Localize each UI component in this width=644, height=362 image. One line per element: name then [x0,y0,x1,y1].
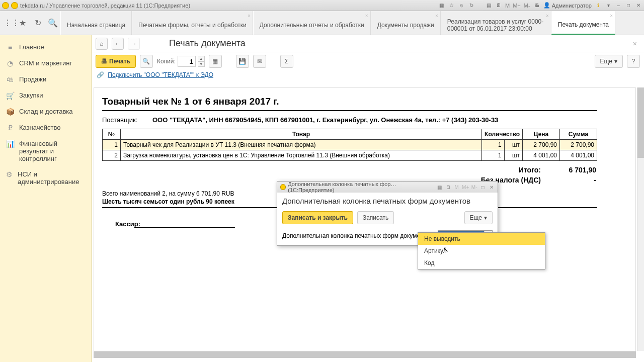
edo-link[interactable]: Подключить "ООО "ТЕКДАТА"" к ЭДО [108,71,213,78]
sidebar-item-warehouse[interactable]: 📦Склад и доставка [0,104,91,120]
info-icon[interactable]: ℹ [595,2,602,9]
toolbar: 🖶 Печать 🔍 Копий: ▲▼ ▦ 💾 ✉ Σ Еще ▾ ? [92,52,644,70]
supplier-label: Поставщик: [102,116,152,124]
page-title: Печать документа [144,38,246,49]
box-icon: 📦 [6,108,14,116]
minimize-button[interactable]: – [615,2,622,9]
sales-icon: 🛍 [6,75,14,83]
preview-button[interactable]: 🔍 [140,55,153,68]
modal-more-button[interactable]: Еще ▾ [464,211,493,224]
menu-icon: ≡ [6,43,14,51]
doc-heading: Товарный чек № 1 от 6 января 2017 г. [102,96,597,111]
save-close-button[interactable]: Записать и закрыть [282,211,353,224]
horizontal-scrollbar[interactable] [94,351,636,358]
crm-icon: ◔ [6,59,14,67]
col-qty: Количество [482,129,523,140]
modal-heading: Дополнительная колонка печатных форм док… [282,197,493,209]
field-label: Дополнительная колонка печатных форм док… [282,232,435,239]
forward-button[interactable]: → [128,38,140,50]
edo-link-row: 🔗 Подключить "ООО "ТЕКДАТА"" к ЭДО [92,70,644,82]
dropdown-option[interactable]: Не выводить [418,233,545,245]
calc-icon[interactable]: ▤ [485,2,492,9]
print-button[interactable]: 🖶 Печать [96,55,136,68]
modal-tool-1[interactable]: ▦ [436,184,443,191]
close-icon[interactable]: × [365,13,368,19]
modal-close[interactable]: ✕ [488,184,495,191]
dropdown-option[interactable]: Артикул [418,245,545,257]
sum-button[interactable]: Σ [280,55,293,68]
m-label[interactable]: M [505,3,510,9]
tool-icon-1[interactable]: ▦ [438,2,445,9]
tab-realization[interactable]: Реализация товаров и услуг 0000-000001 о… [441,11,551,35]
modal-icon [280,184,286,190]
items-table: № Товар Количество Цена Сумма 1 Товарный… [102,129,597,161]
print-icon[interactable]: 🖶 [533,2,540,9]
apps-icon[interactable]: ⋮⋮⋮ [0,11,15,35]
tab-print-forms[interactable]: Печатные формы, отчеты и обработки× [132,11,253,35]
settings-button[interactable]: ▦ [209,55,222,68]
modal-maximize[interactable]: □ [479,184,486,191]
close-button[interactable]: ✕ [635,2,642,9]
table-row[interactable]: 1 Товарный чек для Реализации в УТ 11.3 … [103,140,597,150]
modal-mminus[interactable]: M- [471,184,477,191]
copies-stepper[interactable]: ▲▼ [198,56,205,67]
tool-icon-4[interactable]: ↻ [468,2,475,9]
col-name: Товар [121,129,482,140]
nav-menu-icon[interactable] [11,2,18,9]
back-button[interactable]: ← [112,38,124,50]
modal-titlebar[interactable]: Дополнительная колонка печатных фор… (1С… [277,182,498,193]
sidebar-item-main[interactable]: ≡Главное [0,39,91,55]
home-button[interactable]: ⌂ [96,38,108,50]
col-sum: Сумма [560,129,597,140]
save-file-button[interactable]: 💾 [236,55,249,68]
content-close-button[interactable]: × [630,40,640,48]
close-icon[interactable]: × [610,13,613,19]
tab-print-document[interactable]: Печать документа× [551,11,615,35]
modal-tool-2[interactable]: 🗓 [445,184,451,191]
tab-sales-docs[interactable]: Документы продажи× [371,11,441,35]
sidebar-item-crm[interactable]: ◔CRM и маркетинг [0,55,91,71]
dropdown-icon[interactable]: ▾ [605,2,612,9]
sidebar-item-treasury[interactable]: ₽Казначейство [0,120,91,136]
content-header: ⌂ ← → Печать документа × [92,35,644,52]
titlebar: tekdata.ru / Управление торговлей, редак… [0,0,644,11]
tabbar: ⋮⋮⋮ ★ ↻ 🔍 Начальная страница Печатные фо… [0,11,644,35]
tab-addl-reports[interactable]: Дополнительные отчеты и обработки× [253,11,371,35]
close-icon[interactable]: × [435,13,438,19]
email-button[interactable]: ✉ [253,55,266,68]
table-row[interactable]: 2 Загрузка номенклатуры, установка цен в… [103,150,597,161]
sidebar-item-finance[interactable]: 📊Финансовый результат и контроллинг [0,136,91,166]
dropdown-list: Не выводить Артикул Код [418,232,545,269]
search-icon[interactable]: 🔍 [45,11,60,35]
vertical-scrollbar[interactable] [637,87,644,351]
gear-icon: ⚙ [6,170,13,178]
sidebar-item-admin[interactable]: ⚙НСИ и администрирование [0,166,91,190]
close-icon[interactable]: × [248,13,251,19]
modal-mplus[interactable]: M+ [462,184,469,191]
dropdown-option[interactable]: Код [418,257,545,269]
maximize-button[interactable]: □ [625,2,632,9]
more-button[interactable]: Еще ▾ [595,55,623,68]
sidebar-item-sales[interactable]: 🛍Продажи [0,71,91,87]
tool-icon-2[interactable]: ☆ [448,2,455,9]
star-icon[interactable]: ★ [15,11,30,35]
m-plus-label[interactable]: M+ [513,3,521,9]
user-label[interactable]: 👤 Администратор [543,2,592,9]
calendar-icon[interactable]: 🗓 [495,2,502,9]
modal-m[interactable]: M [453,184,460,191]
save-button[interactable]: Записать [357,211,394,224]
tab-start[interactable]: Начальная страница [60,11,132,35]
copies-label: Копий: [157,58,176,65]
close-icon[interactable]: × [546,13,549,19]
modal-title: Дополнительная колонка печатных фор… (1С… [288,181,432,193]
col-price: Цена [523,129,560,140]
help-button[interactable]: ? [627,55,640,68]
cursor-icon: ↖ [443,245,449,253]
window-title: tekdata.ru / Управление торговлей, редак… [20,3,190,9]
sidebar-item-purchases[interactable]: 🛒Закупки [0,87,91,104]
cart-icon: 🛒 [6,92,14,100]
history-icon[interactable]: ↻ [30,11,45,35]
m-minus-label[interactable]: M- [524,3,530,9]
tool-icon-3[interactable]: ⎋ [458,2,465,9]
copies-input[interactable] [178,56,196,67]
